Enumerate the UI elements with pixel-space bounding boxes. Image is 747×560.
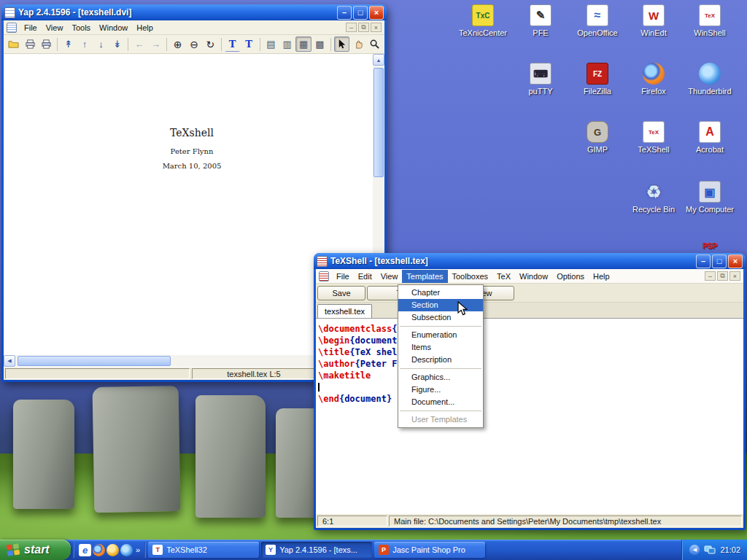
menu-item-items[interactable]: Items	[398, 341, 483, 354]
desktop-icon-my-computer[interactable]: ▣ My Computer	[683, 181, 737, 214]
minimize-button[interactable]: –	[696, 254, 711, 268]
gaim-quicklaunch-icon[interactable]	[107, 544, 119, 556]
menu-item-figure[interactable]: Figure...	[398, 384, 483, 396]
back-icon[interactable]: ←	[131, 36, 147, 52]
putty-icon: ⌨	[530, 63, 551, 85]
desktop-icon-texshell[interactable]: TeX TeXShell	[627, 121, 681, 154]
network-icon[interactable]	[704, 545, 716, 555]
tex-document-icon[interactable]	[319, 271, 329, 281]
firefox-quicklaunch-icon[interactable]	[93, 544, 105, 556]
menu-item-section[interactable]: Section	[398, 299, 483, 311]
text-select-tool-icon[interactable]: T	[225, 36, 240, 52]
forward-icon[interactable]: →	[148, 36, 163, 52]
open-file-icon[interactable]	[6, 36, 21, 52]
menu-help[interactable]: Help	[589, 270, 614, 283]
desktop-icon-pfe[interactable]: ✎ PFE	[514, 4, 568, 37]
maximize-button[interactable]: □	[712, 254, 727, 268]
editor[interactable]: \documentclass{ \begin{document \title{T…	[316, 319, 743, 513]
menu-item-description[interactable]: Description	[398, 354, 483, 366]
my-computer-icon: ▣	[699, 181, 721, 203]
desktop-icon-gimp[interactable]: G GIMP	[570, 121, 624, 154]
document-icon[interactable]	[7, 23, 17, 33]
child-close-button[interactable]: ×	[729, 271, 740, 281]
tab-texshell-tex[interactable]: texshell.tex	[317, 304, 372, 318]
menu-file[interactable]: File	[332, 270, 354, 283]
menu-item-document[interactable]: Document...	[398, 396, 483, 408]
hide-icons-button[interactable]: ◀	[689, 545, 700, 555]
scroll-left-button[interactable]: ◀	[4, 355, 15, 367]
desktop-icon-winedt[interactable]: W WinEdt	[627, 4, 681, 37]
taskbar-button-yap[interactable]: Y Yap 2.4.1596 - [texs...	[261, 542, 372, 558]
texshell-titlebar[interactable]: TeXShell - [texshell.tex] – □ ×	[314, 253, 746, 269]
child-restore-button[interactable]: ⧉	[717, 271, 728, 281]
menu-view[interactable]: View	[376, 270, 403, 283]
pointer-tool-icon[interactable]	[334, 36, 349, 52]
child-minimize-button[interactable]: –	[705, 271, 716, 281]
last-page-icon[interactable]: ↡	[109, 36, 125, 52]
previous-page-icon[interactable]: ↑	[77, 36, 92, 52]
minimize-button[interactable]: –	[337, 6, 352, 20]
desktop-icon-texniccenter[interactable]: TxC TeXnicCenter	[456, 4, 510, 37]
desktop-icon-acrobat[interactable]: A Acrobat	[683, 121, 737, 154]
next-page-icon[interactable]: ↓	[93, 36, 109, 52]
font-tool-icon[interactable]: T	[241, 36, 256, 52]
desktop-icon-openoffice[interactable]: ≈ OpenOffice	[570, 4, 624, 37]
source-position-text: texshell.tex L:5	[227, 370, 280, 378]
menu-toolboxes[interactable]: Toolboxes	[448, 270, 493, 283]
menu-window[interactable]: Window	[515, 270, 552, 283]
menu-templates[interactable]: Templates	[402, 270, 447, 283]
single-page-layout-icon[interactable]: ▤	[263, 36, 279, 52]
child-minimize-button[interactable]: –	[346, 23, 357, 32]
menu-item-graphics[interactable]: Graphics...	[398, 371, 483, 384]
yap-menu-file[interactable]: File	[20, 21, 42, 34]
scroll-up-button[interactable]: ▲	[373, 54, 384, 66]
yap-menu-window[interactable]: Window	[95, 21, 132, 34]
save-button[interactable]: Save	[317, 286, 365, 300]
desktop-icon-winshell[interactable]: TeX WinShell	[683, 4, 737, 37]
desktop-icon-recycle-bin[interactable]: ♻ Recycle Bin	[627, 181, 681, 214]
hand-tool-icon[interactable]	[350, 36, 365, 52]
facing-layout-icon[interactable]: ▩	[312, 36, 328, 52]
print-icon[interactable]	[22, 36, 37, 52]
menu-options[interactable]: Options	[552, 270, 589, 283]
status-main-file: Main file: C:\Documents and Settings\Pet…	[389, 516, 742, 526]
start-button[interactable]: start	[0, 540, 71, 560]
menu-edit[interactable]: Edit	[354, 270, 376, 283]
child-close-button[interactable]: ×	[371, 23, 382, 32]
desktop-icon-filezilla[interactable]: FZ FileZilla	[570, 63, 624, 96]
maximize-button[interactable]: □	[353, 6, 368, 20]
yap-titlebar[interactable]: Yap 2.4.1596 - [texshell.dvi] – □ ×	[1, 4, 387, 20]
close-button[interactable]: ×	[369, 6, 384, 20]
desktop-icon-putty[interactable]: ⌨ puTTY	[514, 63, 568, 96]
menu-item-subsection[interactable]: Subsection	[398, 311, 483, 324]
close-button[interactable]: ×	[728, 254, 743, 268]
menu-tex[interactable]: TeX	[492, 270, 515, 283]
child-restore-button[interactable]: ⧉	[358, 23, 369, 32]
texshell-window-icon	[317, 256, 328, 267]
two-page-layout-icon[interactable]: ▥	[279, 36, 295, 52]
internet-explorer-icon[interactable]: e	[79, 544, 91, 556]
yap-menu-tools[interactable]: Tools	[67, 21, 95, 34]
continuous-layout-icon[interactable]: ▦	[295, 36, 311, 52]
yap-menu-view[interactable]: View	[42, 21, 68, 34]
magnifier-tool-icon[interactable]	[367, 36, 382, 52]
zoom-in-icon[interactable]: ⊕	[170, 36, 185, 52]
task-label: Yap 2.4.1596 - [texs...	[279, 545, 357, 554]
desktop-icon-thunderbird[interactable]: Thunderbird	[683, 63, 737, 96]
refresh-icon[interactable]: ↻	[203, 36, 218, 52]
horizontal-scroll-thumb[interactable]	[18, 356, 171, 366]
vertical-scroll-thumb[interactable]	[374, 68, 384, 177]
menu-item-chapter[interactable]: Chapter	[398, 287, 483, 299]
menu-item-enumeration[interactable]: Enumeration	[398, 329, 483, 341]
thunderbird-quicklaunch-icon[interactable]	[120, 544, 133, 556]
first-page-icon[interactable]: ↟	[61, 36, 76, 52]
print-setup-icon[interactable]	[39, 36, 54, 52]
taskbar-button-texshell32[interactable]: T TeXShell32	[148, 542, 259, 558]
desktop-icon-firefox[interactable]: Firefox	[627, 63, 681, 96]
editor-line: \maketitle	[318, 370, 743, 381]
yap-menu-help[interactable]: Help	[132, 21, 158, 34]
latex-command: \author	[318, 359, 355, 369]
quicklaunch-overflow-chevron[interactable]: »	[136, 545, 140, 554]
zoom-out-icon[interactable]: ⊖	[186, 36, 201, 52]
taskbar-button-paint-shop-pro[interactable]: P Jasc Paint Shop Pro	[374, 542, 485, 558]
